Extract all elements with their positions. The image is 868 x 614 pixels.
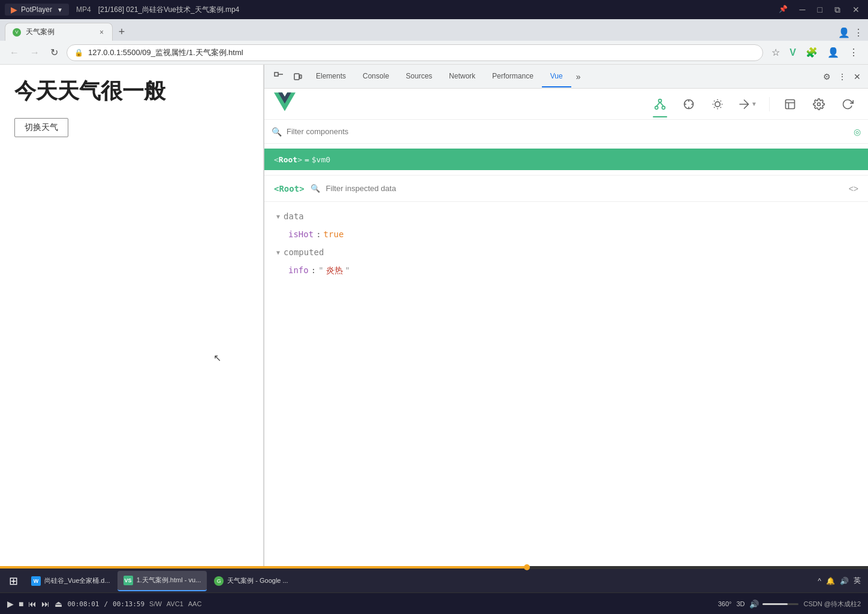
tab-favicon: V xyxy=(13,28,21,37)
svg-point-6 xyxy=(662,106,665,109)
routing-dropdown-icon: ▼ xyxy=(751,101,757,107)
progress-knob[interactable] xyxy=(524,564,530,570)
current-time: 00:08:01 xyxy=(67,600,99,608)
vm-reference: $vm0 xyxy=(312,155,330,164)
new-tab-button[interactable]: + xyxy=(113,23,131,41)
computed-section-header[interactable]: ▼ computed xyxy=(264,243,868,262)
svg-point-10 xyxy=(715,101,720,106)
tab-sources[interactable]: Sources xyxy=(397,66,441,87)
inspect-panel: <Root> 🔍 <> ▼ data isHot : true xyxy=(264,176,868,590)
taskbar-vscode-icon: VS xyxy=(123,576,133,585)
forward-button[interactable]: → xyxy=(28,45,42,61)
toolbar-separator xyxy=(769,97,770,111)
performance-button[interactable] xyxy=(779,93,801,115)
menu-button[interactable]: ⋮ xyxy=(846,44,861,61)
close-bracket: > xyxy=(297,155,302,164)
filter-components-input[interactable] xyxy=(287,127,849,136)
tab-console[interactable]: Console xyxy=(354,66,397,87)
media-prev-button[interactable]: ⏮ xyxy=(28,599,37,609)
pin-button[interactable]: 📌 xyxy=(775,4,791,16)
filter-inspected-input[interactable] xyxy=(326,184,843,193)
tray-notification[interactable]: 🔔 xyxy=(826,577,835,585)
vuex-button[interactable] xyxy=(678,93,700,115)
device-toolbar-button[interactable] xyxy=(288,67,308,86)
tab-bar: V 天气案例 × + 👤 ⋮ xyxy=(0,19,868,41)
media-progress-container[interactable] xyxy=(0,566,868,568)
svg-point-12 xyxy=(818,102,821,105)
data-section-header[interactable]: ▼ data xyxy=(264,207,868,226)
more-tabs-button[interactable]: » xyxy=(571,72,586,81)
prop-colon-1: : xyxy=(316,229,321,239)
switch-weather-button[interactable]: 切换天气 xyxy=(14,118,68,137)
vue-refresh-button[interactable] xyxy=(837,93,858,115)
devtools-settings-button[interactable]: ⚙ xyxy=(821,69,833,84)
close-button[interactable]: ✕ xyxy=(849,4,863,16)
window-controls: 📌 ─ □ ⧉ ✕ xyxy=(775,4,863,16)
account-button[interactable]: 👤 xyxy=(825,44,842,61)
loading-spinner: ◎ xyxy=(854,127,861,137)
vuejs-extension-button[interactable]: V xyxy=(787,45,798,61)
extensions-button[interactable]: 🧩 xyxy=(803,44,820,61)
lock-icon: 🔒 xyxy=(74,49,83,57)
vue-devtools: ▼ xyxy=(264,89,868,590)
tab-performance[interactable]: Performance xyxy=(484,66,542,87)
taskbar-item-word[interactable]: W 尚硅谷_Vue全家桶.d... xyxy=(25,571,116,591)
media-3d-button[interactable]: 3D xyxy=(736,600,745,607)
dropdown-icon[interactable]: ▼ xyxy=(57,7,63,13)
inspect-element-button[interactable] xyxy=(269,67,288,86)
tab-elements[interactable]: Elements xyxy=(308,66,354,87)
media-eject-button[interactable]: ⏏ xyxy=(55,599,62,609)
routing-button[interactable]: ▼ xyxy=(736,93,760,115)
volume-fill xyxy=(762,603,788,605)
maximize-button[interactable]: ⧉ xyxy=(831,4,844,16)
media-stop-button[interactable]: ■ xyxy=(19,599,23,609)
events-button[interactable] xyxy=(707,93,728,115)
tab-network[interactable]: Network xyxy=(441,66,484,87)
start-button[interactable]: ⊞ xyxy=(2,571,24,591)
media-360-button[interactable]: 360° xyxy=(718,600,732,607)
svg-line-7 xyxy=(656,102,660,106)
vue-settings-button[interactable] xyxy=(808,93,830,115)
media-filename: [21/168] 021_尚硅谷Vue技术_天气案例.mp4 xyxy=(98,5,240,15)
tab-close-button[interactable]: × xyxy=(98,27,105,38)
svg-line-8 xyxy=(660,102,664,106)
app-icon: ▶ xyxy=(11,5,17,14)
restore-button[interactable]: □ xyxy=(814,4,826,16)
tab-vue[interactable]: Vue xyxy=(542,66,571,87)
taskbar-item-vscode[interactable]: VS 1.天气案例.html - vu... xyxy=(117,571,207,591)
volume-control[interactable]: 🔊 xyxy=(749,600,798,609)
back-button[interactable]: ← xyxy=(7,45,22,61)
vue-logo xyxy=(274,91,296,117)
profile-button[interactable]: 👤 xyxy=(838,27,850,38)
tray-chevron[interactable]: ^ xyxy=(818,577,821,585)
bookmark-button[interactable]: ☆ xyxy=(769,44,782,61)
components-button[interactable] xyxy=(649,93,671,115)
tray-volume[interactable]: 🔊 xyxy=(840,577,849,585)
code-toggle-button[interactable]: <> xyxy=(849,184,858,193)
app-name: PotPlayer xyxy=(21,5,52,14)
taskbar-item-chrome[interactable]: G 天气案例 - Google ... xyxy=(208,571,294,591)
devtools-more-button[interactable]: ⋮ xyxy=(836,69,849,84)
prop-quote-close: " xyxy=(345,265,350,276)
property-info: info : " 炎热 " xyxy=(264,262,868,280)
prop-colon-2: : xyxy=(311,265,316,276)
devtools-close-button[interactable]: ✕ xyxy=(851,69,863,84)
taskbar-word-label: 尚硅谷_Vue全家桶.d... xyxy=(44,576,110,585)
taskbar: ⊞ W 尚硅谷_Vue全家桶.d... VS 1.天气案例.html - vu.… xyxy=(0,569,868,593)
url-bar[interactable]: 🔒 127.0.0.1:5500/09_监视属性/1.天气案例.html xyxy=(67,44,763,61)
minimize-button[interactable]: ─ xyxy=(796,4,809,16)
volume-slider[interactable] xyxy=(762,603,798,605)
component-item-root[interactable]: < Root > = $vm0 xyxy=(264,149,868,170)
tab-bar-controls: 👤 ⋮ xyxy=(838,27,868,41)
computed-chevron: ▼ xyxy=(276,249,280,256)
taskbar-word-icon: W xyxy=(31,576,41,586)
csdn-watermark: CSDN @待木成柱2 xyxy=(803,600,861,609)
app-title[interactable]: ▶ PotPlayer ▼ xyxy=(5,4,69,16)
settings-button[interactable]: ⋮ xyxy=(854,27,863,38)
browser-tab[interactable]: V 天气案例 × xyxy=(5,23,113,41)
media-next-button[interactable]: ⏭ xyxy=(41,599,50,609)
tray-lang[interactable]: 英 xyxy=(854,576,861,586)
media-play-button[interactable]: ▶ xyxy=(7,599,14,609)
svg-point-4 xyxy=(659,99,662,102)
reload-button[interactable]: ↻ xyxy=(48,44,61,61)
